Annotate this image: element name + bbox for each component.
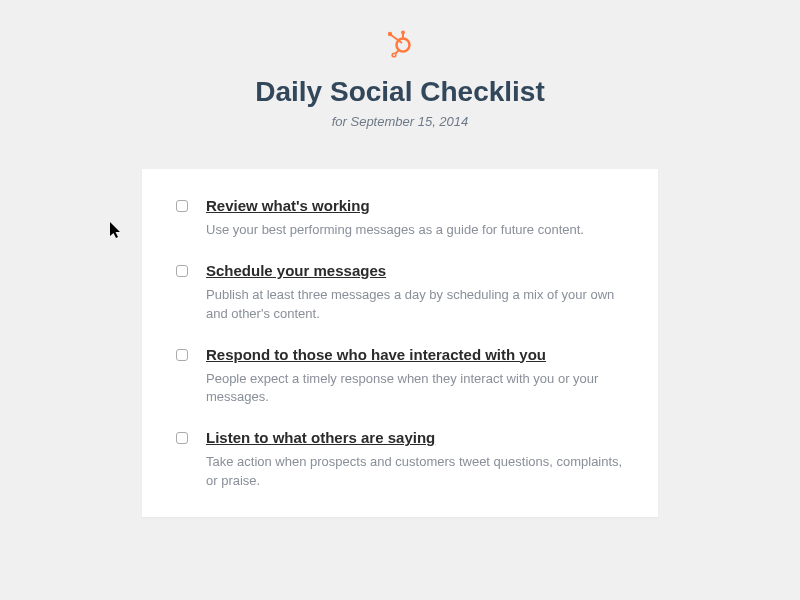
checklist-card: Review what's working Use your best perf… [142,169,658,517]
item-content: Review what's working Use your best perf… [206,197,624,240]
item-title-link[interactable]: Schedule your messages [206,262,386,279]
checkbox[interactable] [176,349,188,361]
page-title: Daily Social Checklist [0,76,800,108]
checkbox[interactable] [176,200,188,212]
item-desc: Take action when prospects and customers… [206,453,624,491]
svg-point-4 [401,31,405,35]
item-content: Respond to those who have interacted wit… [206,346,624,408]
cursor-icon [110,222,124,244]
item-title-link[interactable]: Respond to those who have interacted wit… [206,346,546,363]
checklist-item: Review what's working Use your best perf… [176,197,624,240]
item-desc: People expect a timely response when the… [206,370,624,408]
checklist-item: Schedule your messages Publish at least … [176,262,624,324]
item-content: Schedule your messages Publish at least … [206,262,624,324]
checkbox[interactable] [176,432,188,444]
item-content: Listen to what others are saying Take ac… [206,429,624,491]
item-desc: Publish at least three messages a day by… [206,286,624,324]
item-title-link[interactable]: Listen to what others are saying [206,429,435,446]
checklist-item: Listen to what others are saying Take ac… [176,429,624,491]
item-title-link[interactable]: Review what's working [206,197,370,214]
svg-point-6 [392,53,396,57]
header: Daily Social Checklist for September 15,… [0,0,800,129]
item-desc: Use your best performing messages as a g… [206,221,624,240]
page-date: for September 15, 2014 [0,114,800,129]
checklist-item: Respond to those who have interacted wit… [176,346,624,408]
checkbox[interactable] [176,265,188,277]
hubspot-logo-icon [386,30,414,62]
